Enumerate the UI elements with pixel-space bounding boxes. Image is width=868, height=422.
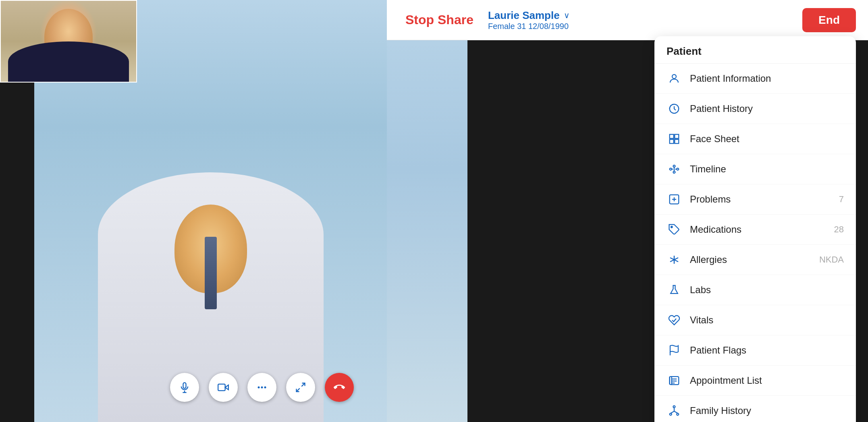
video-bleed — [387, 0, 467, 422]
menu-badge-allergies: NKDA — [819, 254, 844, 265]
menu-item-vitals[interactable]: Vitals — [654, 305, 856, 335]
menu-label-vitals: Vitals — [690, 314, 844, 326]
camera-button[interactable] — [209, 373, 238, 402]
dropdown-section-label: Patient — [654, 36, 856, 64]
menu-item-patient-history[interactable]: Patient History — [654, 94, 856, 124]
end-call-button[interactable] — [325, 373, 354, 402]
list-icon — [667, 373, 682, 388]
pip-person — [1, 1, 136, 82]
header-bar: Stop Share Laurie Sample ∨ Female 31 12/… — [387, 0, 868, 40]
svg-line-42 — [674, 411, 678, 413]
patient-dropdown-menu: Patient Patient InformationPatient Histo… — [654, 36, 856, 422]
svg-point-10 — [672, 74, 676, 79]
svg-rect-15 — [675, 139, 679, 143]
video-area — [0, 0, 387, 422]
menu-item-family-history[interactable]: Family History — [654, 396, 856, 422]
tree-icon — [667, 403, 682, 418]
menu-item-patient-information[interactable]: Patient Information — [654, 64, 856, 94]
menu-item-timeline[interactable]: Timeline — [654, 154, 856, 184]
menu-item-face-sheet[interactable]: Face Sheet — [654, 124, 856, 154]
svg-point-18 — [677, 168, 679, 170]
tag-icon — [667, 222, 682, 237]
svg-point-38 — [670, 413, 672, 415]
patient-name: Laurie Sample — [488, 9, 560, 22]
svg-point-5 — [258, 387, 260, 389]
menu-item-problems[interactable]: Problems7 — [654, 184, 856, 215]
grid-icon — [667, 131, 682, 147]
pip-video — [0, 0, 137, 83]
menu-label-medications: Medications — [690, 224, 834, 235]
controls-bar — [161, 373, 363, 402]
menu-item-labs[interactable]: Labs — [654, 275, 856, 305]
menu-items-list: Patient InformationPatient HistoryFace S… — [654, 64, 856, 422]
menu-label-patient-flags: Patient Flags — [690, 345, 844, 356]
svg-point-17 — [673, 165, 675, 167]
asterisk-icon — [667, 252, 682, 267]
mic-button[interactable] — [170, 373, 199, 402]
menu-label-problems: Problems — [690, 194, 839, 205]
svg-line-41 — [671, 411, 674, 413]
menu-badge-problems: 7 — [839, 194, 844, 205]
menu-item-appointment-list[interactable]: Appointment List — [654, 366, 856, 396]
svg-marker-3 — [225, 385, 228, 390]
menu-label-labs: Labs — [690, 284, 844, 296]
svg-rect-14 — [670, 139, 674, 143]
svg-line-8 — [301, 383, 305, 387]
svg-point-16 — [670, 168, 672, 170]
svg-point-19 — [673, 171, 675, 173]
person-icon — [667, 71, 682, 86]
patient-sub-info: Female 31 12/08/1990 — [488, 22, 569, 31]
svg-rect-13 — [675, 134, 679, 139]
fullscreen-button[interactable] — [286, 373, 315, 402]
svg-rect-12 — [670, 134, 674, 139]
end-button[interactable]: End — [802, 8, 856, 32]
timeline-icon — [667, 161, 682, 177]
menu-item-medications[interactable]: Medications28 — [654, 215, 856, 245]
menu-label-timeline: Timeline — [690, 163, 844, 175]
svg-point-37 — [673, 406, 675, 408]
menu-label-family-history: Family History — [690, 405, 844, 416]
menu-label-appointment-list: Appointment List — [690, 375, 844, 386]
svg-rect-4 — [218, 384, 225, 391]
svg-point-39 — [677, 413, 679, 415]
menu-badge-medications: 28 — [834, 224, 844, 235]
chevron-down-icon: ∨ — [564, 10, 570, 20]
menu-label-face-sheet: Face Sheet — [690, 133, 844, 145]
menu-item-allergies[interactable]: AllergiesNKDA — [654, 245, 856, 275]
menu-item-patient-flags[interactable]: Patient Flags — [654, 335, 856, 366]
plus-icon — [667, 192, 682, 207]
menu-label-patient-information: Patient Information — [690, 73, 844, 84]
menu-label-patient-history: Patient History — [690, 103, 844, 114]
patient-name-area[interactable]: Laurie Sample ∨ Female 31 12/08/1990 — [488, 9, 570, 31]
history-icon — [667, 101, 682, 116]
svg-point-26 — [671, 226, 673, 228]
svg-point-6 — [261, 387, 263, 389]
menu-label-allergies: Allergies — [690, 254, 819, 265]
flag-icon — [667, 343, 682, 358]
more-button[interactable] — [247, 373, 276, 402]
svg-line-9 — [297, 388, 300, 391]
svg-point-7 — [264, 387, 266, 389]
flask-icon — [667, 282, 682, 298]
svg-rect-0 — [183, 383, 186, 388]
heart-icon — [667, 312, 682, 328]
stop-share-button[interactable]: Stop Share — [399, 9, 480, 31]
